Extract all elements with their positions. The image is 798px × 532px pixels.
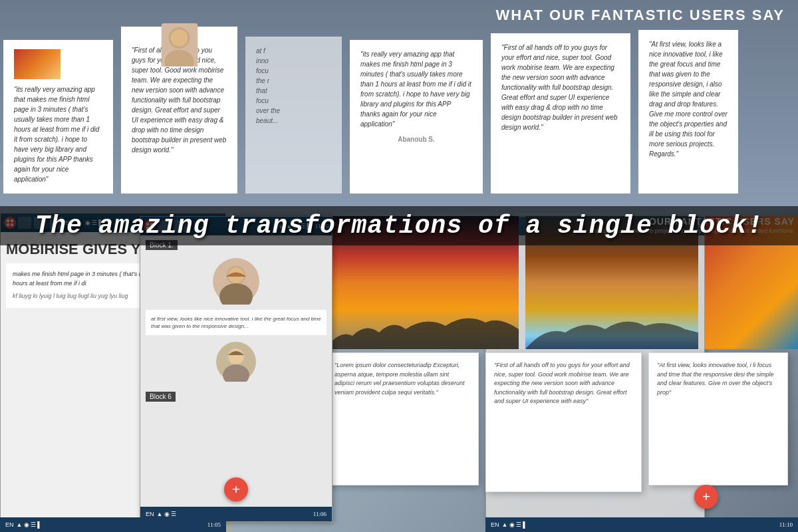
status-icons-right: ▲ ◉ ☰ ▌ — [502, 521, 527, 528]
status-time-1: 11:06 — [313, 511, 327, 517]
testimonial-card-4: "its really very amazing app that makes … — [350, 40, 483, 194]
bottom-test-text-2: "First of all hands off to you guys for … — [494, 361, 633, 406]
testimonial-card-2: "First of all hands off to you guys for … — [121, 27, 237, 194]
status-icons-left: ▲ ◉ ☰ ▌ — [17, 521, 42, 528]
status-lang-left: EN — [5, 521, 14, 528]
testimonial-text-5: "First of all hands off to you guys for … — [501, 43, 620, 132]
svg-point-3 — [170, 29, 188, 47]
bottom-test-card-2: "First of all hands off to you guys for … — [485, 352, 642, 492]
status-lang-1: EN — [146, 511, 154, 517]
testimonial-card-5: "First of all hands off to you guys for … — [491, 33, 630, 194]
avatar-svg-2 — [216, 342, 256, 382]
status-time-right: 11:10 — [779, 521, 793, 528]
main-title: The amazing transformations of a single … — [35, 211, 763, 240]
plus-button-1[interactable]: + — [224, 477, 248, 501]
avatar-center-2 — [140, 335, 332, 388]
block6-area: Block 6 — [140, 388, 332, 403]
testimonial-card-6: "At first view, looks like a nice innova… — [638, 30, 738, 194]
plus-button-right[interactable]: + — [694, 485, 718, 509]
center-test-text: at first view, looks like nice innovativ… — [151, 315, 321, 330]
center-title-overlay: The amazing transformations of a single … — [0, 206, 798, 245]
avatar-center-1 — [140, 253, 332, 310]
status-lang-right: EN — [491, 521, 499, 528]
status-time-left: 11:05 — [207, 521, 221, 528]
testimonial-text-3-partial: at finnofocuthe rthatfocuover thebeaut..… — [256, 46, 331, 126]
editor-window-center: EN ▲ ◉ ☰ ▌ 11:06 Block 1. at first view,… — [140, 216, 332, 522]
top-section: WHAT OUR FANTASTIC USERS SAY "its really… — [0, 0, 798, 213]
block-label-6: Block 6 — [146, 392, 176, 402]
testimonial-card-1: "its really very amazing app that makes … — [3, 40, 113, 194]
testimonials-row: "its really very amazing app that makes … — [0, 20, 798, 194]
bottom-test-card-1: "Lorem ipsum dolor consecteturiadip Exce… — [326, 352, 479, 485]
bottom-test-text-1: "Lorem ipsum dolor consecteturiadip Exce… — [334, 361, 470, 397]
center-testimonial-small: at first view, looks like nice innovativ… — [146, 310, 327, 335]
landscape-silhouette-2 — [525, 296, 698, 349]
bottom-section: EN ▲ ◉ ☰ ▌ 11:06 MOBIRISE GIVES YO makes… — [0, 213, 798, 532]
landscape-silhouette-1 — [326, 296, 519, 349]
testimonial-text-6: "At first view, looks like a nice innova… — [649, 39, 728, 159]
status-bar-bottom-right: EN ▲ ◉ ☰ ▌ 11:10 — [485, 517, 798, 532]
bottom-test-card-3: "At first view, looks innovative tool, i… — [648, 352, 788, 485]
testimonial-text-4: "its really very amazing app that makes … — [360, 49, 472, 129]
avatar-person — [161, 23, 198, 66]
avatar-svg-1 — [213, 258, 259, 305]
reviewer-name-4: Abanoub S. — [360, 134, 472, 144]
status-icons-1: ▲ ◉ ☰ — [157, 511, 176, 517]
svg-point-17 — [228, 348, 244, 364]
bottom-test-text-3: "At first view, looks innovative tool, i… — [657, 361, 779, 397]
testimonial-text-1: "its really very amazing app that makes … — [14, 84, 102, 184]
status-bar-bottom-left: EN ▲ ◉ ☰ ▌ 11:05 — [0, 517, 226, 532]
testimonial-card-3: at finnofocuthe rthatfocuover thebeaut..… — [245, 37, 342, 194]
